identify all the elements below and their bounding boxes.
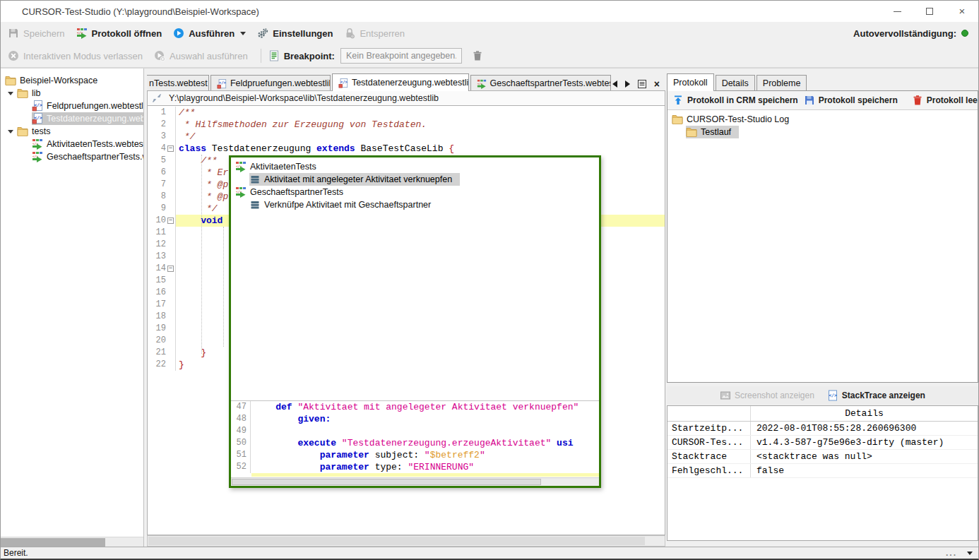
minimize-icon bbox=[894, 11, 901, 12]
protocol-tab-details[interactable]: Details bbox=[716, 75, 755, 91]
workspace-tree-item-feldpruefungen-webtestlib[interactable]: </>Feldpruefungen.webtestlib bbox=[1, 100, 143, 112]
code-line-3: 3 */ bbox=[148, 131, 665, 143]
detail-row-startzeitp[interactable]: Startzeitp...2022-08-01T08:55:28.2606963… bbox=[668, 422, 978, 436]
popup-horizontal-scrollbar[interactable] bbox=[231, 477, 599, 486]
minimize-button[interactable] bbox=[881, 1, 913, 22]
tree-item-label: GeschaeftspartnerTests bbox=[249, 187, 345, 197]
close-button[interactable]: × bbox=[946, 1, 978, 22]
code-line-52: 52 parameter type: "ERINNERUNG" bbox=[231, 461, 599, 473]
popup-scrollbar-thumb[interactable] bbox=[232, 479, 541, 485]
save-button[interactable]: Speichern bbox=[8, 28, 65, 39]
workspace-tree-item-testdatenerzeugung-webtestlib[interactable]: </>Testdatenerzeugung.webtestlib bbox=[1, 112, 143, 125]
tab-label: Probleme bbox=[763, 78, 801, 88]
protocol-tab-probleme[interactable]: Probleme bbox=[756, 75, 807, 91]
line-number: 19 bbox=[156, 323, 166, 335]
detail-value: v1.4.3-587-g75e96e3-dirty (master) bbox=[751, 436, 978, 449]
fold-toggle-icon[interactable]: − bbox=[167, 218, 174, 224]
lock-icon bbox=[344, 28, 355, 39]
tab-scroll-right-icon[interactable] bbox=[625, 81, 630, 88]
folder-icon bbox=[17, 126, 28, 137]
workspace-tree-item-geschaeftspartnertests-webtest[interactable]: </>GeschaeftspartnerTests.webtest bbox=[1, 150, 143, 163]
workspace-tree-item-aktivitaetentests-webtest[interactable]: </>AktivitaetenTests.webtest bbox=[1, 138, 143, 150]
teststep-tree-item-verkn-fpe-aktivitaet-mit-geschaeftspartner[interactable]: Verknüfpe Aktivitaet mit Geschaeftspartn… bbox=[231, 198, 599, 211]
run-dropdown-caret[interactable] bbox=[240, 32, 246, 35]
autocomplete-status-dot bbox=[961, 30, 968, 37]
app-window: CURSOR-Test-Studio (Y:\playground\Beispi… bbox=[0, 0, 979, 560]
gutter: 21 bbox=[148, 347, 176, 359]
show-screenshot-button[interactable]: Screenshot anzeigen bbox=[720, 390, 814, 401]
breakpoint-label: Breakpoint: bbox=[268, 50, 335, 61]
editor-tab-feldpruefungen-webtestlib[interactable]: </>Feldpruefungen.webtestlib bbox=[210, 75, 331, 91]
settings-button[interactable]: Einstellungen bbox=[257, 28, 333, 39]
workspace-tree-item-lib[interactable]: lib bbox=[1, 87, 143, 100]
collapse-arrows-icon[interactable] bbox=[152, 93, 162, 103]
tab-scroll-left-icon[interactable] bbox=[612, 81, 617, 88]
line-number: 49 bbox=[237, 425, 247, 437]
gutter: 9 bbox=[148, 203, 176, 215]
expand-arrow-icon[interactable] bbox=[8, 130, 13, 133]
teststep-tree-item-aktivitaetentests[interactable]: </>AktivitaetenTests bbox=[231, 160, 599, 173]
editor-path-bar: Y:\playground\Beispiel-Workspace\lib\Tes… bbox=[147, 90, 665, 106]
line-number: 20 bbox=[156, 335, 166, 347]
toolbar-separator bbox=[261, 49, 261, 63]
fold-toggle-icon[interactable]: − bbox=[167, 266, 174, 272]
teststep-tree-item-geschaeftspartnertests[interactable]: </>GeschaeftspartnerTests bbox=[231, 186, 599, 198]
code-text: /** bbox=[176, 107, 665, 119]
run-button[interactable]: Ausführen bbox=[173, 28, 246, 39]
tab-label: nTests.webtest bbox=[149, 78, 208, 88]
tree-item-label: Feldpruefungen.webtestlib bbox=[46, 101, 143, 111]
unlock-button[interactable]: Entsperren bbox=[344, 28, 405, 39]
clear-breakpoint-trash-icon[interactable] bbox=[472, 50, 483, 61]
tree-item-label: Testlauf bbox=[700, 127, 733, 137]
title-bar: CURSOR-Test-Studio (Y:\playground\Beispi… bbox=[1, 1, 978, 22]
gutter: 48 bbox=[231, 413, 251, 425]
detail-value: <stacktrace was null> bbox=[751, 450, 978, 463]
breakpoint-input[interactable] bbox=[340, 48, 462, 64]
editor-scrollbar-thumb[interactable] bbox=[148, 537, 645, 545]
tab-list-icon[interactable] bbox=[638, 80, 646, 88]
code-line-49: 49 bbox=[231, 425, 599, 437]
tab-close-icon[interactable]: × bbox=[654, 81, 660, 88]
editor-tab-ntests-webtest[interactable]: nTests.webtest bbox=[147, 75, 209, 91]
open-protocol-button[interactable]: </> Protokoll öffnen bbox=[76, 28, 162, 39]
log-tree-item-cursor-test-studio-log[interactable]: CURSOR-Test-Studio Log bbox=[668, 113, 978, 126]
editor-tab-testdatenerzeugung-webtestlib[interactable]: </>Testdatenerzeugung.webtestlib bbox=[332, 73, 469, 91]
workspace-tree-item-tests[interactable]: tests bbox=[1, 125, 143, 138]
status-dots-icon: ... bbox=[946, 550, 957, 556]
editor-tab-geschaeftspartnertests-webtest[interactable]: </>GeschaeftspartnerTests.webtest bbox=[470, 75, 611, 91]
protocol-tab-bar: ProtokollDetailsProbleme bbox=[667, 73, 978, 91]
fold-toggle-icon[interactable]: − bbox=[167, 145, 174, 152]
detail-row-stacktrace[interactable]: Stacktrace<stacktrace was null> bbox=[668, 450, 978, 464]
gutter: 2 bbox=[148, 119, 176, 131]
maximize-button[interactable] bbox=[913, 1, 946, 22]
gutter: 51 bbox=[231, 449, 251, 461]
show-stacktrace-button[interactable]: </> StackTrace anzeigen bbox=[827, 390, 925, 401]
sidebar-scrollbar-thumb[interactable] bbox=[1, 538, 105, 547]
sidebar-horizontal-scrollbar[interactable] bbox=[1, 537, 143, 547]
detail-value: false bbox=[751, 464, 978, 477]
clear-protocol-button[interactable]: Protokoll leeren bbox=[912, 95, 978, 106]
leave-interactive-mode-button[interactable]: Interaktiven Modus verlassen bbox=[8, 50, 143, 61]
gutter: 14− bbox=[148, 263, 176, 275]
tab-controls: × bbox=[612, 80, 665, 91]
detail-row-fehlgeschl[interactable]: Fehlgeschl...false bbox=[668, 464, 978, 478]
protocol-open-icon: </> bbox=[76, 28, 88, 39]
code-text: given: bbox=[251, 413, 599, 425]
log-tree-item-testlauf[interactable]: Testlauf bbox=[668, 126, 978, 138]
teststep-tree-item-aktivitaet-mit-angelegeter-aktivitaet-verknuepfen[interactable]: Aktivitaet mit angelegeter Aktivitaet ve… bbox=[231, 173, 599, 186]
editor-horizontal-scrollbar[interactable] bbox=[147, 535, 665, 547]
workspace-tree-item-beispiel-workspace[interactable]: Beispiel-Workspace bbox=[1, 74, 143, 87]
tab-label: GeschaeftspartnerTests.webtest bbox=[490, 78, 611, 88]
detail-row-cursor-tes[interactable]: CURSOR-Tes...v1.4.3-587-g75e96e3-dirty (… bbox=[668, 436, 978, 450]
line-number: 6 bbox=[161, 167, 166, 179]
expand-arrow-icon[interactable] bbox=[8, 92, 13, 95]
status-caret-icon[interactable] bbox=[967, 552, 973, 555]
save-protocol-button[interactable]: Protokoll speichern bbox=[804, 95, 898, 106]
save-protocol-crm-button[interactable]: Protokoll in CRM speichern bbox=[672, 95, 798, 106]
run-selection-button[interactable]: Auswahl ausführen bbox=[154, 50, 248, 61]
webtestlib-icon: </> bbox=[217, 78, 227, 88]
code-line-51: 51 parameter subject: "$betreff2" bbox=[231, 449, 599, 461]
status-bar: Bereit. ... bbox=[1, 547, 978, 559]
code-text: execute "Testdatenerzeugung.erzeugeAktiv… bbox=[251, 437, 599, 449]
protocol-tab-protokoll[interactable]: Protokoll bbox=[667, 73, 714, 91]
